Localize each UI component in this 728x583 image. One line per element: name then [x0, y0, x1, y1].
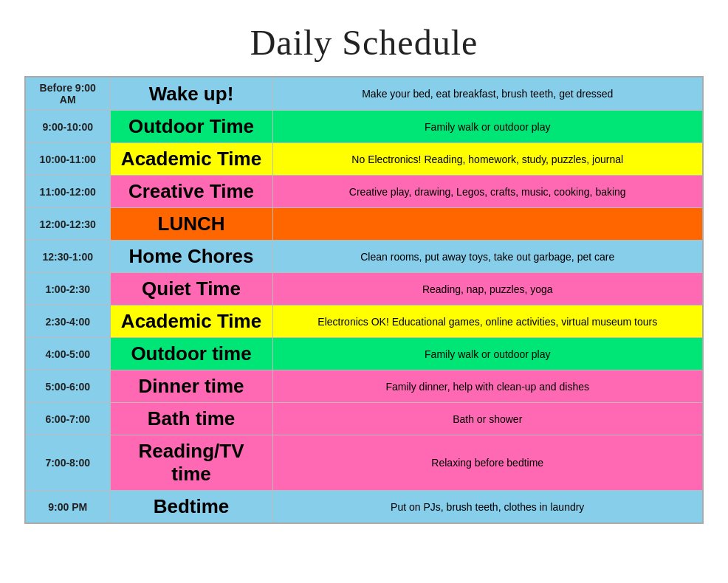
table-row: 4:00-5:00Outdoor timeFamily walk or outd…	[25, 338, 703, 370]
time-cell: 12:30-1:00	[25, 241, 110, 273]
page-title: Daily Schedule	[250, 22, 478, 63]
time-cell: 7:00-8:00	[25, 435, 110, 491]
activity-cell: Outdoor time	[110, 338, 272, 370]
time-cell: 9:00-10:00	[25, 111, 110, 143]
activity-cell: Academic Time	[110, 143, 272, 176]
detail-cell: Make your bed, eat breakfast, brush teet…	[272, 77, 703, 111]
activity-cell: Dinner time	[110, 370, 272, 403]
table-row: Before 9:00 AMWake up!Make your bed, eat…	[25, 77, 703, 111]
time-cell: 9:00 PM	[25, 491, 110, 524]
detail-cell: Family walk or outdoor play	[272, 338, 703, 370]
table-row: 7:00-8:00Reading/TV timeRelaxing before …	[25, 435, 703, 491]
time-cell: 5:00-6:00	[25, 370, 110, 403]
activity-cell: Quiet Time	[110, 273, 272, 306]
table-row: 6:00-7:00Bath timeBath or shower	[25, 403, 703, 435]
table-row: 10:00-11:00Academic TimeNo Electronics! …	[25, 143, 703, 176]
detail-cell: No Electronics! Reading, homework, study…	[272, 143, 703, 176]
time-cell: 2:30-4:00	[25, 306, 110, 338]
activity-cell: Wake up!	[110, 77, 272, 111]
time-cell: 1:00-2:30	[25, 273, 110, 306]
detail-cell: Family dinner, help with clean-up and di…	[272, 370, 703, 403]
time-cell: 10:00-11:00	[25, 143, 110, 176]
detail-cell: Put on PJs, brush teeth, clothes in laun…	[272, 491, 703, 524]
activity-cell: LUNCH	[110, 208, 272, 241]
activity-cell: Reading/TV time	[110, 435, 272, 491]
time-cell: 4:00-5:00	[25, 338, 110, 370]
table-row: 12:30-1:00Home ChoresClean rooms, put aw…	[25, 241, 703, 273]
detail-cell: Creative play, drawing, Legos, crafts, m…	[272, 176, 703, 208]
detail-cell: Reading, nap, puzzles, yoga	[272, 273, 703, 306]
table-row: 1:00-2:30Quiet TimeReading, nap, puzzles…	[25, 273, 703, 306]
table-row: 5:00-6:00Dinner timeFamily dinner, help …	[25, 370, 703, 403]
activity-cell: Bath time	[110, 403, 272, 435]
activity-cell: Bedtime	[110, 491, 272, 524]
activity-cell: Academic Time	[110, 306, 272, 338]
detail-cell: Electronics OK! Educational games, onlin…	[272, 306, 703, 338]
table-row: 11:00-12:00Creative TimeCreative play, d…	[25, 176, 703, 208]
time-cell: 11:00-12:00	[25, 176, 110, 208]
table-row: 12:00-12:30LUNCH	[25, 208, 703, 241]
time-cell: 12:00-12:30	[25, 208, 110, 241]
time-cell: 6:00-7:00	[25, 403, 110, 435]
activity-cell: Outdoor Time	[110, 111, 272, 143]
table-row: 9:00 PMBedtimePut on PJs, brush teeth, c…	[25, 491, 703, 524]
table-row: 9:00-10:00Outdoor TimeFamily walk or out…	[25, 111, 703, 143]
detail-cell: Relaxing before bedtime	[272, 435, 703, 491]
detail-cell: Clean rooms, put away toys, take out gar…	[272, 241, 703, 273]
activity-cell: Creative Time	[110, 176, 272, 208]
activity-cell: Home Chores	[110, 241, 272, 273]
detail-cell: Family walk or outdoor play	[272, 111, 703, 143]
table-row: 2:30-4:00Academic TimeElectronics OK! Ed…	[25, 306, 703, 338]
detail-cell: Bath or shower	[272, 403, 703, 435]
time-cell: Before 9:00 AM	[25, 77, 110, 111]
schedule-table: Before 9:00 AMWake up!Make your bed, eat…	[24, 76, 704, 524]
detail-cell	[272, 208, 703, 241]
